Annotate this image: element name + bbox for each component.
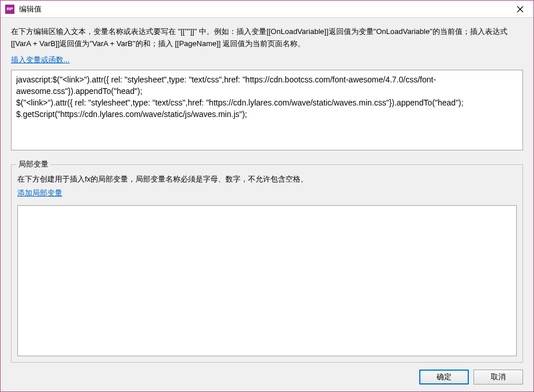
- close-icon: [517, 6, 524, 13]
- local-var-instruction: 在下方创建用于插入fx的局部变量，局部变量名称必须是字母、数字，不允许包含空格。: [17, 174, 517, 184]
- app-icon: RP: [5, 5, 14, 14]
- ok-button[interactable]: 确定: [419, 370, 469, 385]
- local-variables-fieldset: 局部变量 在下方创建用于插入fx的局部变量，局部变量名称必须是字母、数字，不允许…: [11, 164, 523, 363]
- close-button[interactable]: [507, 1, 533, 18]
- window-title: 编辑值: [19, 4, 507, 14]
- titlebar: RP 编辑值: [1, 1, 533, 18]
- local-variables-section: 局部变量 在下方创建用于插入fx的局部变量，局部变量名称必须是字母、数字，不允许…: [11, 164, 523, 363]
- add-local-variable-link[interactable]: 添加局部变量: [17, 188, 517, 198]
- fieldset-legend: 局部变量: [16, 159, 51, 169]
- insert-variable-link[interactable]: 插入变量或函数...: [11, 55, 523, 65]
- cancel-button[interactable]: 取消: [473, 370, 523, 385]
- dialog-content: 在下方编辑区输入文本，变量名称或表达式要写在 "[[""]]" 中。例如：插入变…: [1, 18, 533, 391]
- edit-value-dialog: RP 编辑值 在下方编辑区输入文本，变量名称或表达式要写在 "[[""]]" 中…: [0, 0, 534, 392]
- button-row: 确定 取消: [11, 363, 523, 385]
- main-instruction: 在下方编辑区输入文本，变量名称或表达式要写在 "[[""]]" 中。例如：插入变…: [11, 26, 523, 50]
- expression-textarea[interactable]: [11, 70, 523, 150]
- local-variables-list[interactable]: [17, 205, 517, 356]
